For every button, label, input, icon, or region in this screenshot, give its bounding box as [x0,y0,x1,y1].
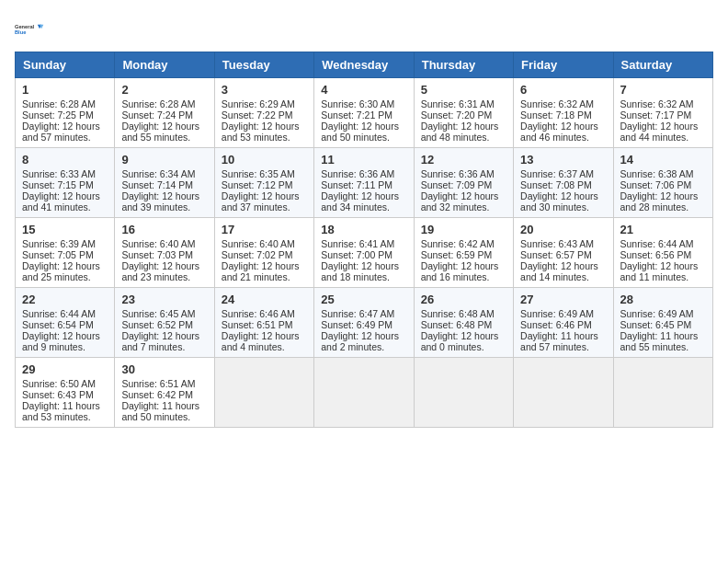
day-info-line: Sunrise: 6:37 AM [520,168,606,179]
calendar-cell [214,358,313,428]
calendar-cell: 12Sunrise: 6:36 AMSunset: 7:09 PMDayligh… [414,148,513,218]
calendar-cell: 14Sunrise: 6:38 AMSunset: 7:06 PMDayligh… [613,148,712,218]
day-number: 18 [321,223,406,236]
day-info-line: Sunset: 6:43 PM [22,389,108,400]
day-info-line: Daylight: 12 hours [321,190,406,201]
day-info-line: Daylight: 12 hours [222,260,307,271]
day-info-line: and 30 minutes. [520,201,606,213]
day-info-line: Sunset: 6:54 PM [22,319,108,330]
day-info-line: and 32 minutes. [421,201,506,213]
day-number: 6 [520,83,606,97]
day-info-line: Sunrise: 6:40 AM [121,238,207,249]
day-info-line: Daylight: 12 hours [321,121,406,132]
day-info-line: Sunrise: 6:34 AM [121,168,207,179]
day-info-line: and 44 minutes. [620,132,706,143]
calendar-week-row: 8Sunrise: 6:33 AMSunset: 7:15 PMDaylight… [16,148,713,218]
day-info-line: Sunset: 7:22 PM [222,109,307,121]
day-info-line: Daylight: 12 hours [520,190,606,201]
day-info-line: Sunrise: 6:35 AM [222,168,307,179]
day-info-line: Sunrise: 6:36 AM [321,168,406,179]
day-info-line: Daylight: 12 hours [222,190,307,201]
calendar-cell: 26Sunrise: 6:48 AMSunset: 6:48 PMDayligh… [414,288,513,358]
day-info-line: and 37 minutes. [222,201,307,213]
day-info-line: and 9 minutes. [22,341,108,352]
day-info-line: Sunrise: 6:33 AM [22,168,108,179]
day-info-line: Sunrise: 6:49 AM [620,308,706,319]
day-number: 22 [22,293,108,306]
svg-text:Blue: Blue [15,29,26,35]
day-info-line: Sunset: 6:46 PM [520,319,606,330]
day-info-line: Daylight: 12 hours [421,121,506,132]
day-info-line: Sunset: 6:45 PM [620,319,706,330]
day-info-line: and 21 minutes. [222,271,307,282]
day-info-line: Sunset: 7:24 PM [121,109,207,121]
day-info-line: and 18 minutes. [321,271,406,282]
day-number: 3 [222,83,307,97]
calendar-cell: 7Sunrise: 6:32 AMSunset: 7:17 PMDaylight… [613,78,712,148]
day-info-line: Daylight: 12 hours [421,330,506,341]
day-info-line: Daylight: 11 hours [620,330,706,341]
day-info-line: Sunrise: 6:43 AM [520,238,606,249]
calendar-cell: 20Sunrise: 6:43 AMSunset: 6:57 PMDayligh… [514,218,613,288]
day-info-line: Sunset: 7:11 PM [321,179,406,190]
day-info-line: Sunset: 6:49 PM [321,319,406,330]
day-info-line: Daylight: 12 hours [620,260,706,271]
day-number: 11 [321,153,406,167]
day-info-line: Daylight: 12 hours [22,330,108,341]
day-info-line: Sunrise: 6:29 AM [222,98,307,109]
logo: GeneralBlue [15,15,44,44]
day-info-line: Sunrise: 6:30 AM [321,98,406,109]
calendar-cell: 22Sunrise: 6:44 AMSunset: 6:54 PMDayligh… [16,288,115,358]
calendar-cell: 10Sunrise: 6:35 AMSunset: 7:12 PMDayligh… [214,148,313,218]
day-number: 10 [222,153,307,167]
day-number: 12 [421,153,506,167]
calendar-cell: 4Sunrise: 6:30 AMSunset: 7:21 PMDaylight… [314,78,414,148]
day-number: 14 [620,153,706,167]
day-number: 9 [121,153,207,167]
day-info-line: Sunrise: 6:50 AM [22,378,108,389]
weekday-header: Wednesday [314,52,414,78]
day-info-line: and 48 minutes. [421,132,506,143]
day-number: 19 [421,223,506,236]
calendar-cell: 1Sunrise: 6:28 AMSunset: 7:25 PMDaylight… [16,78,115,148]
day-info-line: and 7 minutes. [121,341,207,352]
calendar-cell: 18Sunrise: 6:41 AMSunset: 7:00 PMDayligh… [314,218,414,288]
day-info-line: Sunrise: 6:51 AM [121,378,207,389]
day-number: 5 [421,83,506,97]
day-number: 30 [121,362,207,376]
day-info-line: Sunrise: 6:32 AM [520,98,606,109]
calendar-cell: 15Sunrise: 6:39 AMSunset: 7:05 PMDayligh… [16,218,115,288]
calendar-cell: 17Sunrise: 6:40 AMSunset: 7:02 PMDayligh… [214,218,313,288]
calendar-cell [314,358,414,428]
calendar-cell: 16Sunrise: 6:40 AMSunset: 7:03 PMDayligh… [115,218,214,288]
day-info-line: Daylight: 12 hours [121,190,207,201]
day-info-line: Daylight: 12 hours [222,121,307,132]
calendar-cell: 13Sunrise: 6:37 AMSunset: 7:08 PMDayligh… [514,148,613,218]
page-header: GeneralBlue [15,15,713,44]
day-info-line: and 57 minutes. [520,341,606,352]
day-info-line: Sunset: 7:12 PM [222,179,307,190]
calendar-cell: 28Sunrise: 6:49 AMSunset: 6:45 PMDayligh… [613,288,712,358]
calendar-cell: 23Sunrise: 6:45 AMSunset: 6:52 PMDayligh… [115,288,214,358]
day-info-line: Sunrise: 6:31 AM [421,98,506,109]
day-info-line: Sunset: 7:06 PM [620,179,706,190]
day-info-line: and 2 minutes. [321,341,406,352]
day-info-line: Sunset: 6:42 PM [121,389,207,400]
day-info-line: Sunrise: 6:36 AM [421,168,506,179]
calendar-cell: 25Sunrise: 6:47 AMSunset: 6:49 PMDayligh… [314,288,414,358]
weekday-header: Saturday [613,52,712,78]
day-info-line: Sunrise: 6:47 AM [321,308,406,319]
weekday-header: Tuesday [214,52,313,78]
day-info-line: and 16 minutes. [421,271,506,282]
day-info-line: and 4 minutes. [222,341,307,352]
day-info-line: and 55 minutes. [620,341,706,352]
day-info-line: and 0 minutes. [421,341,506,352]
calendar-cell: 29Sunrise: 6:50 AMSunset: 6:43 PMDayligh… [16,358,115,428]
day-info-line: Sunset: 6:51 PM [222,319,307,330]
day-number: 21 [620,223,706,236]
day-number: 7 [620,83,706,97]
day-info-line: Sunset: 7:21 PM [321,109,406,121]
calendar-cell: 27Sunrise: 6:49 AMSunset: 6:46 PMDayligh… [514,288,613,358]
day-info-line: Sunset: 7:00 PM [321,249,406,260]
calendar-cell [414,358,513,428]
